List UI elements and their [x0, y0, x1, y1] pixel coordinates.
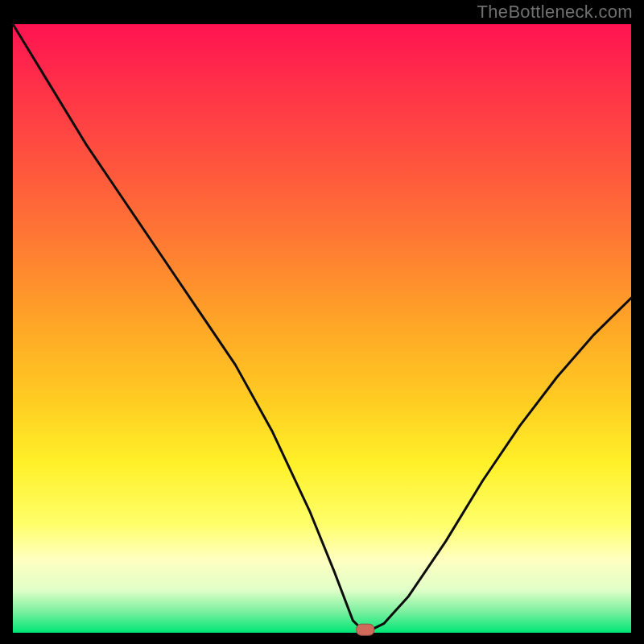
chart-svg [0, 0, 644, 644]
minimum-marker [357, 624, 374, 635]
chart-stage: TheBottleneck.com [0, 0, 644, 644]
watermark-label: TheBottleneck.com [477, 2, 633, 23]
